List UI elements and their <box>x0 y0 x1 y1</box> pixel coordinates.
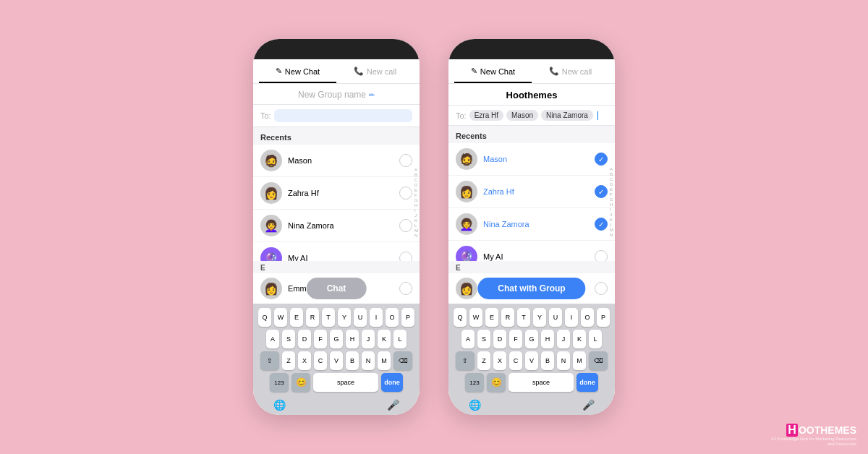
key-s-left[interactable]: S <box>282 330 295 348</box>
tab-new-call-right[interactable]: 📞 New call <box>532 59 609 83</box>
group-name-text-right[interactable]: Hoothemes <box>448 90 615 100</box>
mic-icon-right[interactable]: 🎤 <box>582 399 595 411</box>
tab-new-call-left[interactable]: 📞 New call <box>336 59 414 83</box>
key-delete-left[interactable]: ⌫ <box>393 351 412 370</box>
key-s-right[interactable]: S <box>477 330 490 348</box>
key-shift-left[interactable]: ⇧ <box>260 351 279 370</box>
key-k-left[interactable]: K <box>378 330 391 348</box>
key-j-left[interactable]: J <box>362 330 375 348</box>
key-v-left[interactable]: V <box>330 351 343 370</box>
key-p-left[interactable]: P <box>401 308 414 327</box>
contact-nina-left[interactable]: 👩‍🦱 Nina Zamora <box>253 210 420 242</box>
key-m-left[interactable]: M <box>378 351 391 370</box>
key-t-left[interactable]: T <box>322 308 335 327</box>
to-field-left[interactable]: To: <box>253 105 420 127</box>
key-b-right[interactable]: B <box>541 351 554 370</box>
contact-myai-left[interactable]: 🔮 My AI <box>253 242 420 261</box>
check-zahra-right[interactable]: ✓ <box>595 185 608 198</box>
key-space-left[interactable]: space <box>313 373 378 392</box>
contact-mason-right[interactable]: 🧔 Mason ✓ <box>448 143 615 176</box>
key-e-left[interactable]: E <box>290 308 303 327</box>
contact-zahra-right[interactable]: 👩 Zahra Hf ✓ <box>448 176 615 208</box>
key-delete-right[interactable]: ⌫ <box>589 351 608 370</box>
key-123-left[interactable]: 123 <box>270 373 289 392</box>
key-e-right[interactable]: E <box>485 308 498 327</box>
key-i-left[interactable]: I <box>370 308 383 327</box>
key-d-left[interactable]: D <box>298 330 311 348</box>
key-u-right[interactable]: U <box>549 308 562 327</box>
chat-button-left[interactable]: Chat <box>307 278 367 299</box>
key-a-left[interactable]: A <box>266 330 279 348</box>
key-n-right[interactable]: N <box>557 351 570 370</box>
key-w-left[interactable]: W <box>274 308 287 327</box>
key-b-left[interactable]: B <box>346 351 359 370</box>
chat-with-group-button-right[interactable]: Chat with Group <box>477 278 585 299</box>
key-x-left[interactable]: X <box>298 351 311 370</box>
key-p-right[interactable]: P <box>597 308 610 327</box>
key-l-left[interactable]: L <box>393 330 407 348</box>
check-myai-right[interactable] <box>595 250 608 261</box>
check-myai-left[interactable] <box>399 252 412 261</box>
key-emoji-left[interactable]: 😊 <box>292 373 310 392</box>
key-i-right[interactable]: I <box>565 308 578 327</box>
chip-ezra-right[interactable]: Ezra Hf <box>469 110 503 121</box>
contact-nina-right[interactable]: 👩‍🦱 Nina Zamora ✓ <box>448 208 615 241</box>
key-v-right[interactable]: V <box>525 351 538 370</box>
key-r-right[interactable]: R <box>501 308 514 327</box>
key-done-right[interactable]: done <box>576 373 598 392</box>
key-m-right[interactable]: M <box>573 351 586 370</box>
check-nina-left[interactable] <box>399 219 412 232</box>
key-o-right[interactable]: O <box>581 308 594 327</box>
check-mason-right[interactable]: ✓ <box>595 153 608 166</box>
key-w-right[interactable]: W <box>469 308 482 327</box>
tab-new-chat-left[interactable]: ✎ New Chat <box>259 59 336 83</box>
key-z-right[interactable]: Z <box>477 351 490 370</box>
key-f-left[interactable]: F <box>314 330 327 348</box>
key-g-left[interactable]: G <box>330 330 343 348</box>
key-x-right[interactable]: X <box>493 351 506 370</box>
key-t-right[interactable]: T <box>517 308 530 327</box>
check-emma2-left[interactable] <box>399 282 412 295</box>
key-y-left[interactable]: Y <box>338 308 351 327</box>
key-a-right[interactable]: A <box>461 330 475 348</box>
key-j-right[interactable]: J <box>557 330 570 348</box>
check-mason-left[interactable] <box>399 154 412 167</box>
key-123-right[interactable]: 123 <box>465 373 484 392</box>
contact-mason-left[interactable]: 🧔 Mason <box>253 145 420 177</box>
key-r-left[interactable]: R <box>306 308 319 327</box>
contact-myai-right[interactable]: 🔮 My AI <box>448 241 615 261</box>
key-u-left[interactable]: U <box>354 308 367 327</box>
mic-icon-left[interactable]: 🎤 <box>387 399 399 411</box>
key-done-left[interactable]: done <box>381 373 403 392</box>
key-space-right[interactable]: space <box>509 373 574 392</box>
key-k-right[interactable]: K <box>573 330 586 348</box>
key-c-left[interactable]: C <box>314 351 327 370</box>
tab-new-chat-right[interactable]: ✎ New Chat <box>454 59 532 83</box>
key-z-left[interactable]: Z <box>282 351 295 370</box>
key-l-right[interactable]: L <box>589 330 602 348</box>
group-name-text-left[interactable]: New Group name ✏ <box>253 90 420 100</box>
key-emoji-right[interactable]: 😊 <box>487 373 506 392</box>
key-f-right[interactable]: F <box>509 330 522 348</box>
globe-icon-left[interactable]: 🌐 <box>273 399 286 411</box>
to-input-left[interactable] <box>274 109 412 122</box>
key-o-left[interactable]: O <box>386 308 399 327</box>
globe-icon-right[interactable]: 🌐 <box>469 399 481 411</box>
key-shift-right[interactable]: ⇧ <box>456 351 475 370</box>
to-field-right[interactable]: To: Ezra Hf Mason Nina Zamora <box>448 106 615 126</box>
chip-nina-right[interactable]: Nina Zamora <box>541 110 593 121</box>
check-zahra-left[interactable] <box>399 187 412 200</box>
key-g-right[interactable]: G <box>525 330 538 348</box>
key-h-right[interactable]: H <box>541 330 554 348</box>
chip-mason-right[interactable]: Mason <box>506 110 538 121</box>
key-n-left[interactable]: N <box>362 351 375 370</box>
key-q-left[interactable]: Q <box>258 308 271 327</box>
check-nina-right[interactable]: ✓ <box>595 218 608 231</box>
contact-zahra-left[interactable]: 👩 Zahra Hf <box>253 177 420 210</box>
check-emma2-right[interactable] <box>595 282 608 295</box>
key-d-right[interactable]: D <box>493 330 506 348</box>
key-q-right[interactable]: Q <box>454 308 467 327</box>
key-h-left[interactable]: H <box>346 330 359 348</box>
key-c-right[interactable]: C <box>509 351 522 370</box>
key-y-right[interactable]: Y <box>533 308 546 327</box>
